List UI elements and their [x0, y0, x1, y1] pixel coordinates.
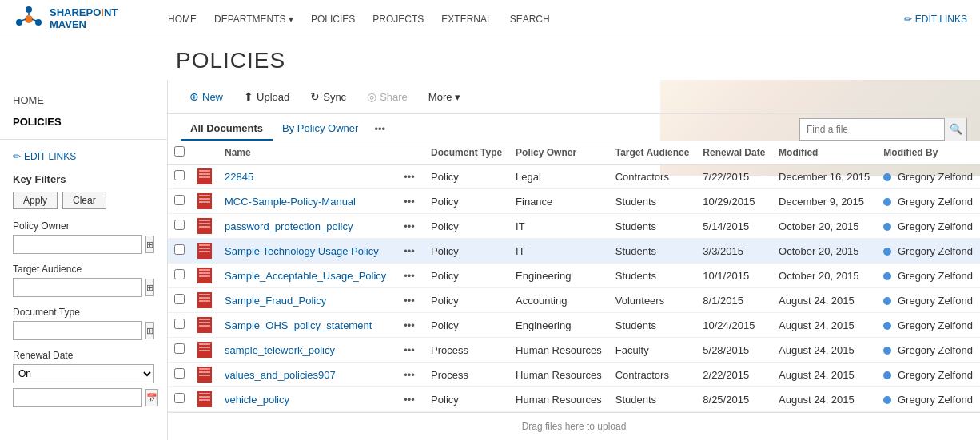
sync-button[interactable]: ↻ Sync [301, 86, 355, 107]
nav-projects[interactable]: PROJECTS [365, 9, 432, 30]
renewal-date-select[interactable]: On Before After [13, 364, 154, 383]
clear-button[interactable]: Clear [62, 192, 106, 209]
file-name-link[interactable]: password_protection_policy [225, 220, 353, 232]
row-ellipsis-button[interactable]: ••• [400, 293, 418, 308]
renewal-date-cell: 8/1/2015 [696, 288, 772, 313]
avatar [883, 322, 891, 330]
nav-external[interactable]: EXTERNAL [433, 9, 500, 30]
file-name-link[interactable]: MCC-Sample-Policy-Manual [225, 196, 356, 208]
renewal-date-cell: 10/1/2015 [696, 264, 772, 288]
document-icon [197, 292, 212, 308]
renewal-date-cell: 10/24/2015 [696, 313, 772, 338]
select-all-checkbox[interactable] [174, 146, 185, 157]
row-ellipsis-button[interactable]: ••• [400, 169, 418, 184]
row-checkbox[interactable] [174, 170, 185, 180]
row-ellipsis-button[interactable]: ••• [400, 392, 418, 407]
row-checkbox[interactable] [174, 368, 185, 379]
row-checkbox[interactable] [174, 195, 185, 205]
row-ellipsis-button[interactable]: ••• [400, 268, 418, 283]
upload-button[interactable]: ⬆ Upload [235, 86, 298, 107]
view-tabs: All Documents By Policy Owner ••• 🔍 [168, 114, 980, 141]
row-ellipsis-button[interactable]: ••• [400, 318, 418, 333]
row-checkbox[interactable] [174, 393, 185, 403]
nav-edit-links[interactable]: ✏ EDIT LINKS [904, 14, 967, 25]
sidebar-item-policies[interactable]: POLICIES [0, 111, 167, 133]
col-target-audience: Target Audience [609, 141, 697, 165]
document-type-browse-button[interactable]: ⊞ [145, 322, 154, 339]
view-more-button[interactable]: ••• [368, 118, 392, 140]
policy-owner-input[interactable] [13, 235, 142, 254]
file-name-link[interactable]: vehicle_policy [225, 394, 289, 406]
modified-by-name: Gregory Zelfond [898, 394, 973, 406]
target-audience-cell: Students [609, 313, 697, 338]
svg-point-2 [35, 19, 42, 26]
row-ellipsis-button[interactable]: ••• [400, 343, 418, 358]
new-button[interactable]: ⊕ New [181, 86, 232, 107]
search-box: 🔍 [799, 118, 967, 141]
file-name-link[interactable]: values_and_policies907 [225, 369, 336, 381]
modified-by-name: Gregory Zelfond [898, 295, 973, 307]
table-row: Sample_Fraud_Policy ••• Policy Accountin… [168, 288, 980, 313]
document-icon [197, 268, 212, 283]
modified-cell: October 20, 2015 [772, 264, 877, 288]
row-ellipsis-button[interactable]: ••• [400, 219, 418, 234]
row-checkbox[interactable] [174, 319, 185, 329]
file-name-link[interactable]: Sample_Fraud_Policy [225, 295, 326, 307]
row-checkbox[interactable] [174, 269, 185, 279]
file-name-link[interactable]: Sample_OHS_policy_statement [225, 319, 372, 331]
renewal-date-calendar-button[interactable]: 📅 [145, 389, 158, 406]
target-audience-input[interactable] [13, 278, 142, 297]
row-ellipsis-button[interactable]: ••• [400, 244, 418, 259]
target-audience-browse-button[interactable]: ⊞ [145, 279, 154, 296]
file-table: Name Document Type Policy Owner Target A… [168, 141, 980, 412]
file-name-link[interactable]: 22845 [225, 171, 253, 183]
more-button[interactable]: More ▾ [420, 87, 470, 107]
row-checkbox[interactable] [174, 343, 185, 354]
policy-owner-cell: Human Resources [509, 387, 609, 412]
nav-departments[interactable]: DEPARTMENTS ▾ [206, 9, 301, 30]
doc-type-cell: Policy [424, 387, 509, 412]
share-button[interactable]: ◎ Share [358, 86, 416, 107]
col-name: Name [218, 141, 394, 165]
apply-button[interactable]: Apply [13, 192, 58, 209]
target-audience-cell: Students [609, 214, 697, 239]
modified-cell: August 24, 2015 [772, 387, 877, 412]
policy-owner-cell: Engineering [509, 264, 609, 288]
file-name-link[interactable]: Sample Technology Usage Policy [225, 245, 379, 257]
toolbar: ⊕ New ⬆ Upload ↻ Sync ◎ Share More ▾ [168, 80, 980, 114]
target-audience-cell: Faculty [609, 338, 697, 363]
search-button[interactable]: 🔍 [944, 118, 966, 141]
policy-owner-browse-button[interactable]: ⊞ [145, 236, 154, 253]
document-type-input[interactable] [13, 321, 142, 340]
col-renewal-date: Renewal Date [696, 141, 772, 165]
renewal-date-cell: 7/22/2015 [696, 165, 772, 189]
logo[interactable]: SHAREPOINTMAVEN [13, 3, 141, 35]
nav-home[interactable]: HOME [160, 9, 205, 30]
avatar [883, 347, 891, 355]
policy-owner-cell: Human Resources [509, 363, 609, 387]
row-checkbox[interactable] [174, 244, 185, 255]
tab-by-policy-owner[interactable]: By Policy Owner [273, 117, 368, 141]
sidebar-item-home[interactable]: HOME [0, 89, 167, 111]
file-name-link[interactable]: Sample_Acceptable_Usage_Policy [225, 270, 386, 282]
nav-policies[interactable]: POLICIES [303, 9, 363, 30]
renewal-date-input[interactable] [13, 388, 142, 407]
search-input[interactable] [800, 119, 944, 140]
sidebar-edit-links[interactable]: ✏ EDIT LINKS [0, 146, 167, 167]
modified-by-cell: Gregory Zelfond [877, 214, 980, 239]
avatar [883, 297, 891, 305]
document-icon [197, 391, 212, 407]
policy-owner-cell: IT [509, 239, 609, 264]
nav-search[interactable]: SEARCH [502, 9, 558, 30]
row-ellipsis-button[interactable]: ••• [400, 367, 418, 383]
row-checkbox[interactable] [174, 294, 185, 304]
tab-all-documents[interactable]: All Documents [181, 117, 273, 141]
row-ellipsis-button[interactable]: ••• [400, 194, 418, 209]
renewal-date-label: Renewal Date [0, 345, 167, 363]
renewal-date-cell: 10/29/2015 [696, 189, 772, 214]
avatar [883, 272, 891, 280]
row-checkbox[interactable] [174, 220, 185, 230]
file-name-link[interactable]: sample_telework_policy [225, 344, 335, 356]
doc-type-cell: Process [424, 338, 509, 363]
target-audience-cell: Students [609, 387, 697, 412]
